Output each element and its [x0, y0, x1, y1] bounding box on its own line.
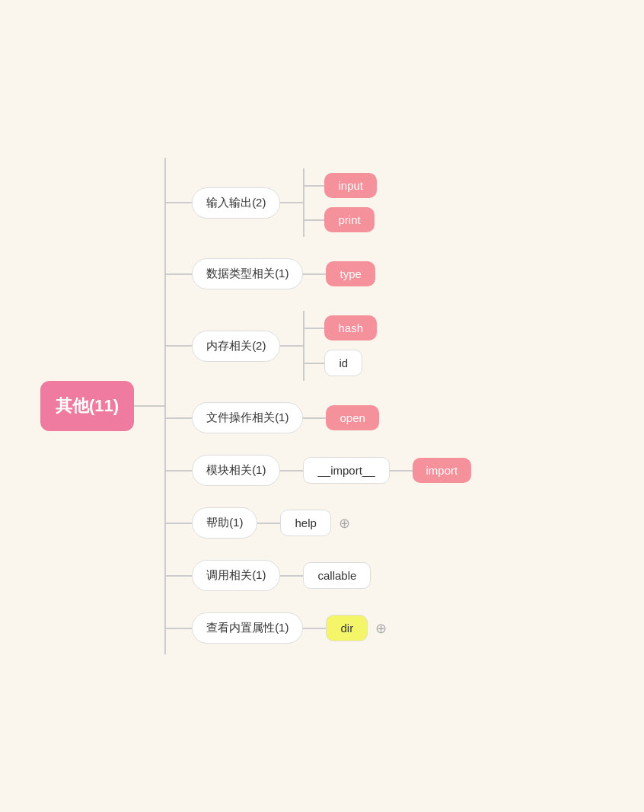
cat-node-help: 帮助(1) [192, 507, 257, 539]
children-group-io: inputprint [303, 168, 377, 237]
branch-row-dir: 查看内置属性(1)dir⊕ [164, 602, 471, 654]
single-child-help: help⊕ [280, 510, 349, 536]
cat-node-callable: 调用相关(1) [192, 560, 280, 591]
cat-h-line [280, 202, 303, 203]
single-child-callable: callable [303, 562, 371, 589]
cat-h-line [280, 345, 303, 347]
single-child-dir: dir⊕ [326, 615, 387, 641]
tree-root: 其他(11) 输入输出(2)inputprint数据类型相关(1)type内存相… [40, 158, 604, 654]
leaf-node-import: import [413, 458, 472, 483]
single-child-type: type [326, 261, 375, 286]
single-child-__import__: __import__import [303, 457, 471, 484]
plus-icon[interactable]: ⊕ [375, 620, 387, 637]
branch-row-module: 模块相关(1)__import__import [164, 444, 471, 497]
child-row-hash: hash [303, 311, 377, 345]
cat-node-dir: 查看内置属性(1) [192, 612, 303, 644]
leaf-node-__import__: __import__ [303, 457, 389, 484]
cat-h-line [280, 575, 303, 577]
branch-row-file: 文件操作相关(1)open [164, 392, 471, 444]
branch-row-type: 数据类型相关(1)type [164, 248, 471, 300]
child-h-line [303, 363, 324, 364]
leaf-node-help: help [280, 510, 330, 536]
branch-row-callable: 调用相关(1)callable [164, 549, 471, 602]
single-child-open: open [326, 405, 378, 430]
leaf-node-hash: hash [324, 315, 377, 340]
branch-rows-wrapper: 输入输出(2)inputprint数据类型相关(1)type内存相关(2)has… [164, 158, 471, 654]
leaf-node-callable: callable [303, 562, 371, 589]
cat-node-module: 模块相关(1) [192, 455, 280, 486]
root-connector [134, 405, 164, 407]
branch-h-line [164, 575, 192, 577]
cat-h-line [280, 470, 303, 472]
child-h-line [303, 185, 324, 187]
cat-h-line [303, 417, 326, 419]
cat-node-memory: 内存相关(2) [192, 331, 280, 362]
mind-map: 其他(11) 输入输出(2)inputprint数据类型相关(1)type内存相… [25, 135, 619, 677]
cat-h-line [303, 628, 326, 629]
branch-row-memory: 内存相关(2)hashid [164, 300, 471, 392]
child-h-line [303, 219, 324, 221]
leaf-node-id: id [324, 350, 362, 376]
leaf-node-print: print [324, 207, 374, 232]
leaf-node-type: type [326, 261, 375, 286]
branch-h-line [164, 470, 192, 472]
children-group-memory: hashid [303, 311, 377, 381]
branch-h-line [164, 523, 192, 524]
branch-h-line [164, 202, 192, 203]
child-row-input: input [303, 168, 377, 203]
child-h-line [303, 328, 324, 329]
child-row-print: print [303, 203, 377, 237]
leaf-node-open: open [326, 405, 378, 430]
cat-node-io: 输入输出(2) [192, 187, 280, 219]
branch-h-line [164, 417, 192, 419]
branch-row-help: 帮助(1)help⊕ [164, 497, 471, 549]
leaf-node-dir: dir [326, 615, 368, 641]
leaf-node-input: input [324, 173, 377, 198]
cat-node-file: 文件操作相关(1) [192, 402, 303, 433]
cat-h-line [257, 523, 280, 524]
branch-h-line [164, 345, 192, 347]
plus-icon[interactable]: ⊕ [339, 515, 350, 532]
branch-row-io: 输入输出(2)inputprint [164, 158, 471, 248]
cat-node-type: 数据类型相关(1) [192, 258, 303, 289]
branch-h-line [164, 628, 192, 629]
sub-h-line [390, 470, 413, 472]
cat-h-line [303, 273, 326, 275]
child-row-id: id [303, 345, 377, 381]
branch-h-line [164, 273, 192, 275]
root-node: 其他(11) [40, 381, 134, 431]
